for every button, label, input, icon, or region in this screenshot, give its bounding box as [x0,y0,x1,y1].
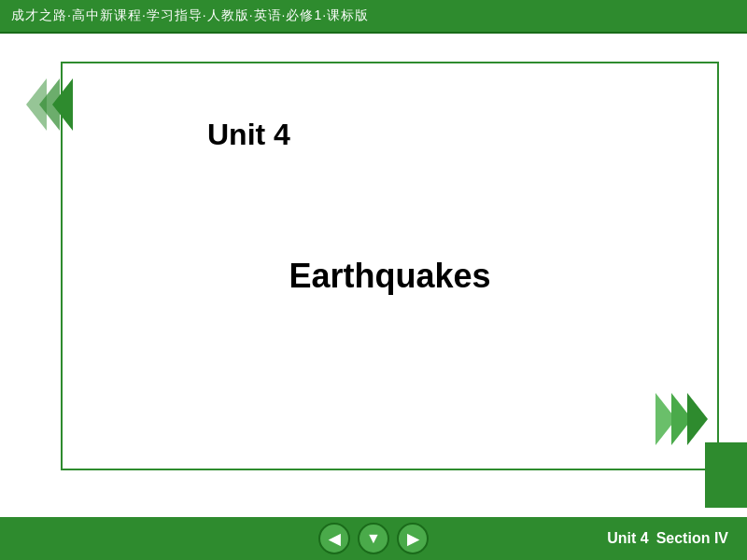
right-green-decoration [705,442,747,508]
main-content: Unit 4 Earthquakes [0,34,747,517]
footer-info: Unit 4 Section IV [607,530,728,547]
home-button[interactable]: ▼ [358,523,389,554]
unit-title: Unit 4 [207,118,290,152]
next-button[interactable]: ▶ [397,523,429,554]
slide-area: Unit 4 Earthquakes [61,62,719,470]
chevron-left-2 [39,78,60,131]
header-title: 成才之路·高中新课程·学习指导·人教版·英语·必修1·课标版 [11,7,369,24]
header-bar: 成才之路·高中新课程·学习指导·人教版·英语·必修1·课标版 [0,0,747,34]
chevrons-right-decoration [660,393,708,445]
footer-bar: ◀ ▼ ▶ Unit 4 Section IV [0,517,747,560]
chevron-right-3 [687,393,708,445]
prev-button[interactable]: ◀ [318,523,350,554]
chevrons-left-decoration [26,78,65,131]
footer-unit-label: Unit 4 [607,530,648,547]
slide-topic: Earthquakes [63,257,717,296]
footer-section-label: Section IV [656,530,728,547]
footer-navigation: ◀ ▼ ▶ [318,523,429,554]
